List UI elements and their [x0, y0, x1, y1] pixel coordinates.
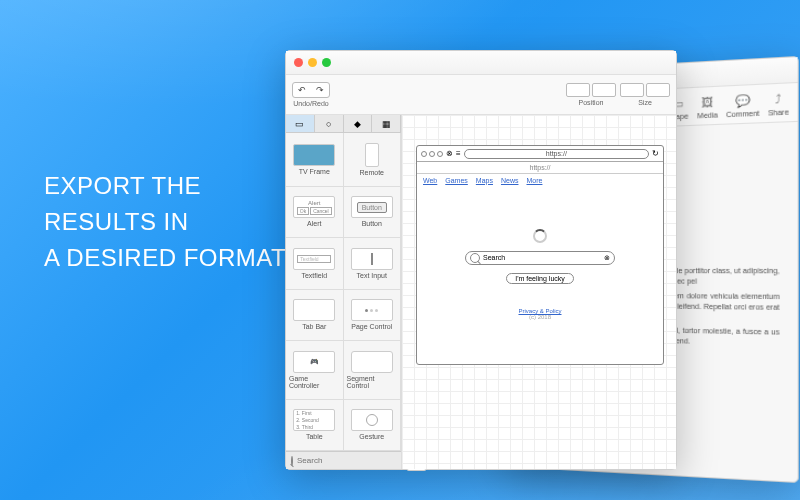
- component-palette: ▭ ○ ◆ ▦ TV Frame Remote AlertOkCancelAle…: [286, 115, 402, 469]
- palette-item-pagecontrol[interactable]: Page Control: [344, 290, 402, 342]
- close-icon[interactable]: [294, 58, 303, 67]
- undo-redo-buttons[interactable]: ↶↷: [292, 82, 330, 98]
- comment-tool[interactable]: 💬Comment: [726, 90, 759, 118]
- palette-item-button[interactable]: ButtonButton: [344, 187, 402, 239]
- share-tool[interactable]: ⤴Share: [766, 89, 791, 117]
- back-icon[interactable]: ⊗: [446, 149, 453, 158]
- hero-line: A DESIRED FORMAT: [44, 240, 286, 276]
- traffic-lights: [294, 58, 331, 67]
- palette-item-tvframe[interactable]: TV Frame: [286, 133, 344, 187]
- loading-spinner-icon: [533, 229, 547, 243]
- palette-item-remote[interactable]: Remote: [344, 133, 402, 187]
- size-label: Size: [638, 99, 652, 106]
- mock-url-field[interactable]: https://: [464, 149, 649, 159]
- palette-item-tabbar[interactable]: Tab Bar: [286, 290, 344, 342]
- menu-icon[interactable]: ≡: [456, 149, 461, 158]
- mock-search-field[interactable]: Search ⊗: [465, 251, 615, 265]
- palette-item-alert[interactable]: AlertOkCancelAlert: [286, 187, 344, 239]
- copyright: (c) 2018: [417, 314, 663, 320]
- mockup-browser-frame[interactable]: ⊗ ≡ https:// ↻ https:// Web Games Maps N…: [416, 145, 664, 365]
- nav-link[interactable]: Maps: [476, 177, 493, 184]
- mock-nav: Web Games Maps News More: [417, 174, 663, 186]
- size-fields[interactable]: [620, 83, 670, 97]
- hero-line: RESULTS IN: [44, 204, 286, 240]
- search-icon: [470, 253, 480, 263]
- nav-link[interactable]: News: [501, 177, 519, 184]
- nav-link[interactable]: More: [526, 177, 542, 184]
- position-label: Position: [579, 99, 604, 106]
- editor-canvas[interactable]: ⊗ ≡ https:// ↻ https:// Web Games Maps N…: [402, 115, 676, 469]
- hero-text: EXPORT THE RESULTS IN A DESIRED FORMAT: [44, 168, 286, 276]
- nav-link[interactable]: Games: [445, 177, 468, 184]
- position-fields[interactable]: [566, 83, 616, 97]
- lucky-button[interactable]: I'm feeling lucky: [506, 273, 574, 284]
- hero-line: EXPORT THE: [44, 168, 286, 204]
- palette-tab[interactable]: ▭: [286, 115, 315, 132]
- palette-search-input[interactable]: [297, 456, 402, 465]
- clear-icon[interactable]: ⊗: [604, 254, 610, 262]
- palette-item-gesture[interactable]: Gesture: [344, 400, 402, 452]
- palette-item-textinput[interactable]: Text Input: [344, 238, 402, 290]
- search-icon: [291, 456, 293, 466]
- editor-window: ↶↷ Undo/Redo Position Size ▭ ○ ◆ ▦: [285, 50, 677, 470]
- undo-label: Undo/Redo: [293, 100, 328, 107]
- mock-body: Search ⊗ I'm feeling lucky Privacy & Pol…: [417, 186, 663, 326]
- palette-tabs: ▭ ○ ◆ ▦: [286, 115, 401, 133]
- editor-titlebar: [286, 51, 676, 75]
- refresh-icon[interactable]: ↻: [652, 149, 659, 158]
- nav-link[interactable]: Web: [423, 177, 437, 184]
- minimize-icon[interactable]: [308, 58, 317, 67]
- palette-item-table[interactable]: 1. First2. Second3. ThirdTable: [286, 400, 344, 452]
- palette-footer: 🏷 184: [286, 451, 401, 469]
- mock-sub-url: https://: [417, 162, 663, 174]
- editor-toolbar: ↶↷ Undo/Redo Position Size: [286, 75, 676, 115]
- zoom-icon[interactable]: [322, 58, 331, 67]
- palette-item-gamecontroller[interactable]: 🎮Game Controller: [286, 341, 344, 400]
- mock-titlebar: ⊗ ≡ https:// ↻: [417, 146, 663, 162]
- palette-tab[interactable]: ◆: [344, 115, 373, 132]
- palette-item-segment[interactable]: Segment Control: [344, 341, 402, 400]
- palette-tab[interactable]: ▦: [372, 115, 401, 132]
- palette-item-textfield[interactable]: TextfieldTextfield: [286, 238, 344, 290]
- media-tool[interactable]: 🖼Media: [696, 92, 720, 119]
- palette-tab[interactable]: ○: [315, 115, 344, 132]
